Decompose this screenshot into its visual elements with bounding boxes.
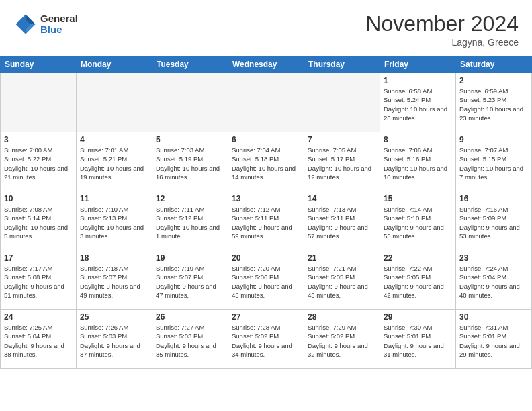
- day-number: 20: [232, 253, 300, 263]
- day-number: 17: [4, 253, 73, 263]
- day-number: 5: [156, 135, 224, 144]
- title-block: November 2024 Lagyna, Greece: [365, 12, 519, 48]
- day-number: 12: [156, 194, 224, 203]
- day-info: Sunrise: 7:00 AMSunset: 5:22 PMDaylight:…: [4, 146, 73, 181]
- day-info: Sunrise: 7:24 AMSunset: 5:04 PMDaylight:…: [459, 264, 528, 300]
- day-info: Sunrise: 7:05 AMSunset: 5:17 PMDaylight:…: [308, 146, 376, 181]
- calendar-week-row: 1Sunrise: 6:58 AMSunset: 5:24 PMDaylight…: [1, 73, 532, 132]
- table-row: 9Sunrise: 7:07 AMSunset: 5:15 PMDaylight…: [456, 132, 532, 191]
- day-number: 28: [308, 312, 376, 322]
- day-number: 19: [156, 253, 224, 263]
- table-row: [228, 73, 304, 132]
- day-info: Sunrise: 7:30 AMSunset: 5:01 PMDaylight:…: [384, 323, 452, 359]
- day-info: Sunrise: 7:22 AMSunset: 5:05 PMDaylight:…: [384, 264, 452, 300]
- table-row: 6Sunrise: 7:04 AMSunset: 5:18 PMDaylight…: [228, 132, 304, 191]
- table-row: [1, 73, 77, 132]
- table-row: 21Sunrise: 7:21 AMSunset: 5:05 PMDayligh…: [304, 250, 380, 310]
- logo-blue-text: Blue: [40, 24, 78, 36]
- col-sunday: Sunday: [1, 56, 77, 73]
- page: General Blue November 2024 Lagyna, Greec…: [0, 0, 532, 411]
- table-row: 4Sunrise: 7:01 AMSunset: 5:21 PMDaylight…: [77, 132, 152, 191]
- calendar-week-row: 3Sunrise: 7:00 AMSunset: 5:22 PMDaylight…: [1, 132, 532, 191]
- table-row: 23Sunrise: 7:24 AMSunset: 5:04 PMDayligh…: [456, 250, 532, 310]
- day-info: Sunrise: 7:25 AMSunset: 5:04 PMDaylight:…: [4, 323, 73, 359]
- table-row: 14Sunrise: 7:13 AMSunset: 5:11 PMDayligh…: [304, 191, 380, 250]
- day-info: Sunrise: 7:13 AMSunset: 5:11 PMDaylight:…: [308, 205, 376, 240]
- table-row: 5Sunrise: 7:03 AMSunset: 5:19 PMDaylight…: [152, 132, 228, 191]
- day-info: Sunrise: 7:12 AMSunset: 5:11 PMDaylight:…: [232, 205, 300, 240]
- day-number: 27: [232, 312, 300, 322]
- table-row: 13Sunrise: 7:12 AMSunset: 5:11 PMDayligh…: [228, 191, 304, 250]
- day-number: 16: [459, 194, 528, 203]
- header: General Blue November 2024 Lagyna, Greec…: [0, 0, 532, 53]
- col-tuesday: Tuesday: [152, 56, 228, 73]
- day-number: 23: [459, 253, 528, 263]
- table-row: 27Sunrise: 7:28 AMSunset: 5:02 PMDayligh…: [228, 310, 304, 369]
- day-number: 22: [384, 253, 452, 263]
- col-wednesday: Wednesday: [228, 56, 304, 73]
- table-row: 7Sunrise: 7:05 AMSunset: 5:17 PMDaylight…: [304, 132, 380, 191]
- day-info: Sunrise: 7:11 AMSunset: 5:12 PMDaylight:…: [156, 205, 224, 240]
- calendar-table: Sunday Monday Tuesday Wednesday Thursday…: [0, 56, 532, 369]
- day-info: Sunrise: 6:59 AMSunset: 5:23 PMDaylight:…: [459, 87, 528, 122]
- day-info: Sunrise: 7:14 AMSunset: 5:10 PMDaylight:…: [384, 205, 452, 240]
- table-row: 12Sunrise: 7:11 AMSunset: 5:12 PMDayligh…: [152, 191, 228, 250]
- col-monday: Monday: [77, 56, 152, 73]
- day-info: Sunrise: 7:04 AMSunset: 5:18 PMDaylight:…: [232, 146, 300, 181]
- day-info: Sunrise: 7:10 AMSunset: 5:13 PMDaylight:…: [80, 205, 148, 240]
- day-number: 30: [459, 312, 528, 322]
- logo: General Blue: [13, 12, 78, 36]
- table-row: 25Sunrise: 7:26 AMSunset: 5:03 PMDayligh…: [77, 310, 152, 369]
- table-row: 8Sunrise: 7:06 AMSunset: 5:16 PMDaylight…: [380, 132, 456, 191]
- table-row: 17Sunrise: 7:17 AMSunset: 5:08 PMDayligh…: [1, 250, 77, 310]
- day-info: Sunrise: 7:06 AMSunset: 5:16 PMDaylight:…: [384, 146, 452, 181]
- table-row: 18Sunrise: 7:18 AMSunset: 5:07 PMDayligh…: [77, 250, 152, 310]
- day-number: 29: [384, 312, 452, 322]
- table-row: 30Sunrise: 7:31 AMSunset: 5:01 PMDayligh…: [456, 310, 532, 369]
- day-info: Sunrise: 7:26 AMSunset: 5:03 PMDaylight:…: [80, 323, 148, 359]
- day-number: 9: [459, 135, 528, 144]
- day-number: 15: [384, 194, 452, 203]
- day-info: Sunrise: 7:16 AMSunset: 5:09 PMDaylight:…: [459, 205, 528, 240]
- day-info: Sunrise: 7:17 AMSunset: 5:08 PMDaylight:…: [4, 264, 73, 300]
- day-number: 2: [459, 76, 528, 85]
- calendar-header-row: Sunday Monday Tuesday Wednesday Thursday…: [1, 56, 532, 73]
- day-info: Sunrise: 7:07 AMSunset: 5:15 PMDaylight:…: [459, 146, 528, 181]
- calendar-week-row: 17Sunrise: 7:17 AMSunset: 5:08 PMDayligh…: [1, 250, 532, 310]
- day-info: Sunrise: 7:19 AMSunset: 5:07 PMDaylight:…: [156, 264, 224, 300]
- calendar-week-row: 10Sunrise: 7:08 AMSunset: 5:14 PMDayligh…: [1, 191, 532, 250]
- day-info: Sunrise: 7:03 AMSunset: 5:19 PMDaylight:…: [156, 146, 224, 181]
- location: Lagyna, Greece: [365, 37, 519, 48]
- day-number: 11: [80, 194, 148, 203]
- logo-text: General Blue: [40, 13, 78, 36]
- logo-general-text: General: [40, 13, 78, 25]
- col-saturday: Saturday: [456, 56, 532, 73]
- table-row: 15Sunrise: 7:14 AMSunset: 5:10 PMDayligh…: [380, 191, 456, 250]
- day-number: 8: [384, 135, 452, 144]
- table-row: [77, 73, 152, 132]
- table-row: 28Sunrise: 7:29 AMSunset: 5:02 PMDayligh…: [304, 310, 380, 369]
- table-row: 24Sunrise: 7:25 AMSunset: 5:04 PMDayligh…: [1, 310, 77, 369]
- table-row: 29Sunrise: 7:30 AMSunset: 5:01 PMDayligh…: [380, 310, 456, 369]
- day-info: Sunrise: 7:27 AMSunset: 5:03 PMDaylight:…: [156, 323, 224, 359]
- logo-icon: [13, 12, 38, 36]
- month-title: November 2024: [365, 12, 519, 36]
- day-number: 26: [156, 312, 224, 322]
- table-row: 19Sunrise: 7:19 AMSunset: 5:07 PMDayligh…: [152, 250, 228, 310]
- day-number: 1: [384, 76, 452, 85]
- day-info: Sunrise: 7:18 AMSunset: 5:07 PMDaylight:…: [80, 264, 148, 300]
- calendar-week-row: 24Sunrise: 7:25 AMSunset: 5:04 PMDayligh…: [1, 310, 532, 369]
- day-info: Sunrise: 7:21 AMSunset: 5:05 PMDaylight:…: [308, 264, 376, 300]
- day-number: 3: [4, 135, 73, 144]
- col-friday: Friday: [380, 56, 456, 73]
- table-row: 11Sunrise: 7:10 AMSunset: 5:13 PMDayligh…: [77, 191, 152, 250]
- day-info: Sunrise: 7:29 AMSunset: 5:02 PMDaylight:…: [308, 323, 376, 359]
- day-number: 6: [232, 135, 300, 144]
- table-row: 26Sunrise: 7:27 AMSunset: 5:03 PMDayligh…: [152, 310, 228, 369]
- col-thursday: Thursday: [304, 56, 380, 73]
- table-row: 16Sunrise: 7:16 AMSunset: 5:09 PMDayligh…: [456, 191, 532, 250]
- day-info: Sunrise: 7:28 AMSunset: 5:02 PMDaylight:…: [232, 323, 300, 359]
- day-number: 25: [80, 312, 148, 322]
- table-row: [304, 73, 380, 132]
- day-number: 4: [80, 135, 148, 144]
